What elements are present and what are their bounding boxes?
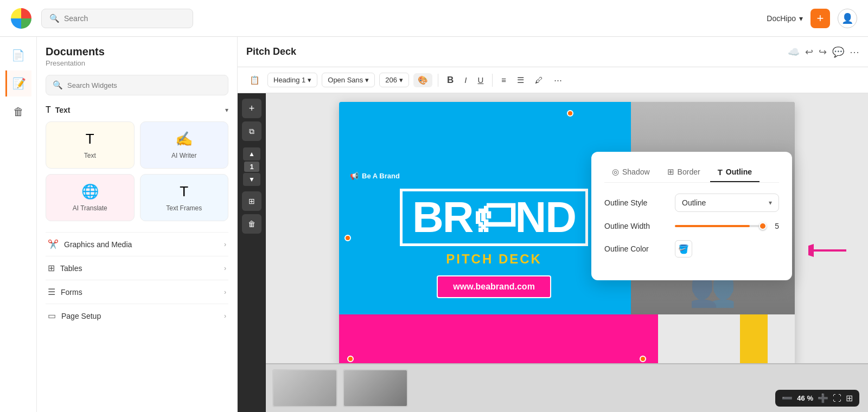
clipboard-icon[interactable]: 📋 xyxy=(246,73,263,87)
grid-view-btn[interactable]: ⊞ xyxy=(846,393,853,403)
zoom-out-btn[interactable]: ➖ xyxy=(782,393,793,403)
outline-style-select[interactable]: Outline ▾ xyxy=(675,194,779,212)
slide-yellow-strip xyxy=(740,314,767,368)
widget-search-icon: 🔍 xyxy=(53,80,63,90)
list-icon[interactable]: ☰ xyxy=(514,73,527,87)
highlight-icon[interactable]: 🖊 xyxy=(532,73,546,87)
sidebar-icon-document[interactable]: 📄 xyxy=(5,42,31,68)
add-slide-btn[interactable]: + xyxy=(242,99,261,118)
delete-slide-btn[interactable]: 🗑 xyxy=(242,214,261,234)
more-options-icon[interactable]: ⋯ xyxy=(850,46,859,58)
slide-controls: + ⧉ ▲ 1 ▼ ⊞ 🗑 xyxy=(238,93,266,412)
underline-btn[interactable]: U xyxy=(474,73,487,87)
search-input[interactable] xyxy=(64,14,185,23)
outline-color-label: Outline Color xyxy=(604,244,675,253)
widget-text-frames-label: Text Frames xyxy=(166,204,202,212)
widget-ai-writer[interactable]: ✍️ AI Writer xyxy=(140,121,229,169)
top-nav: 🔍 DocHipo ▾ + 👤 xyxy=(0,0,868,37)
outline-style-label: Outline Style xyxy=(604,198,675,207)
website-box: www.beabrand.com xyxy=(437,275,551,298)
format-bar: 📋 Heading 1 ▾ Open Sans ▾ 206 ▾ 🎨 B I U … xyxy=(238,67,868,93)
sidebar-title: Documents xyxy=(46,46,228,58)
widget-text-label: Text xyxy=(84,152,96,159)
outline-width-slider-container: 5 xyxy=(675,222,779,230)
align-icon[interactable]: ≡ xyxy=(498,73,509,87)
font-family-select[interactable]: Open Sans ▾ xyxy=(322,73,375,87)
outline-tab-icon: T xyxy=(718,168,723,177)
forms-icon: ☰ xyxy=(48,287,55,297)
thumbnail-2[interactable] xyxy=(343,369,408,407)
search-bar[interactable]: 🔍 xyxy=(41,9,193,28)
add-button[interactable]: + xyxy=(810,9,830,28)
outline-width-slider[interactable] xyxy=(675,225,763,227)
panel-tabs: ◎ Shadow ⊞ Border T Outline xyxy=(604,163,779,183)
page-setup-label: Page Setup xyxy=(61,312,101,320)
slide-down-btn[interactable]: ▼ xyxy=(243,173,260,186)
slider-fill xyxy=(675,225,750,227)
panel-tab-outline[interactable]: T Outline xyxy=(710,163,760,182)
redo-icon[interactable]: ↪ xyxy=(819,46,827,58)
page-setup-chevron: › xyxy=(224,312,226,320)
outline-color-row: Outline Color 🪣 xyxy=(604,240,779,258)
outline-panel: ◎ Shadow ⊞ Border T Outline xyxy=(591,152,792,280)
panel-tab-border[interactable]: ⊞ Border xyxy=(660,163,708,182)
heading-style-select[interactable]: Heading 1 ▾ xyxy=(267,73,317,87)
canvas-area: Pitch Deck ☁️ ↩ ↪ 💬 ⋯ 📋 Heading 1 ▾ Open… xyxy=(238,37,868,412)
comments-icon[interactable]: 💬 xyxy=(832,46,844,58)
widget-search-input[interactable] xyxy=(67,81,221,89)
panel-tab-shadow[interactable]: ◎ Shadow xyxy=(604,163,658,182)
app-logo[interactable] xyxy=(11,8,31,29)
font-size-select[interactable]: 206 ▾ xyxy=(379,73,409,87)
thumbnail-bar: ➖ 46 % ➕ ⛶ ⊞ xyxy=(266,363,868,412)
sidebar-item-graphics-media[interactable]: ✂️ Graphics and Media › xyxy=(46,232,228,256)
canvas-toolbar: Pitch Deck ☁️ ↩ ↪ 💬 ⋯ xyxy=(238,37,868,67)
selection-dot-left[interactable] xyxy=(344,235,351,241)
tables-icon: ⊞ xyxy=(48,263,55,273)
zoom-in-btn[interactable]: ➕ xyxy=(818,393,828,403)
grid-view-btn[interactable]: ⊞ xyxy=(242,191,261,211)
brand-logo-icon: 📢 xyxy=(350,172,359,180)
pitch-deck-text: PITCH DECK xyxy=(446,252,542,267)
widget-ai-translate[interactable]: 🌐 AI Translate xyxy=(46,174,135,221)
sidebar-icon-edit[interactable]: 📝 xyxy=(5,70,31,96)
slider-thumb[interactable] xyxy=(759,222,767,230)
undo-icon[interactable]: ↩ xyxy=(805,46,813,58)
more-format-icon[interactable]: ⋯ xyxy=(551,73,565,87)
dochipo-menu[interactable]: DocHipo ▾ xyxy=(767,14,803,23)
fit-view-btn[interactable]: ⛶ xyxy=(833,394,841,403)
thumbnail-1[interactable] xyxy=(272,369,337,407)
outline-color-picker[interactable]: 🪣 xyxy=(675,240,692,258)
widget-search-bar[interactable]: 🔍 xyxy=(46,75,228,95)
sidebar-subtitle: Presentation xyxy=(46,59,228,67)
forms-chevron: › xyxy=(224,288,226,296)
italic-btn[interactable]: I xyxy=(461,73,470,87)
widget-text-frames[interactable]: T Text Frames xyxy=(140,174,229,221)
canvas-main: + ⧉ ▲ 1 ▼ ⊞ 🗑 xyxy=(238,93,868,412)
tables-chevron: › xyxy=(224,265,226,272)
color-picker-btn[interactable]: 🎨 xyxy=(413,73,432,87)
brand-main-text: BR🏷ND xyxy=(400,189,588,246)
selection-dot-bottom-left[interactable] xyxy=(347,356,354,362)
shadow-tab-icon: ◎ xyxy=(612,167,619,177)
sidebar-item-forms[interactable]: ☰ Forms › xyxy=(46,280,228,304)
forms-label: Forms xyxy=(61,288,82,297)
duplicate-slide-btn[interactable]: ⧉ xyxy=(242,121,261,141)
slide-number-box: ▲ 1 ▼ xyxy=(243,144,260,189)
text-section-header[interactable]: T Text ▾ xyxy=(46,105,228,115)
widget-sidebar: Documents Presentation 🔍 T Text ▾ T Text… xyxy=(37,37,238,412)
sidebar-icon-trash[interactable]: 🗑 xyxy=(5,99,31,125)
bold-btn[interactable]: B xyxy=(444,73,457,88)
sidebar-item-tables[interactable]: ⊞ Tables › xyxy=(46,256,228,280)
cloud-save-icon[interactable]: ☁️ xyxy=(788,46,800,58)
widget-text[interactable]: T Text xyxy=(46,121,135,169)
toolbar-icons: ☁️ ↩ ↪ 💬 ⋯ xyxy=(788,46,859,58)
bottom-controls: ➖ 46 % ➕ ⛶ ⊞ xyxy=(775,390,859,407)
nav-right: DocHipo ▾ + 👤 xyxy=(767,9,857,28)
selection-dot-top[interactable] xyxy=(567,110,573,117)
user-icon[interactable]: 👤 xyxy=(838,9,857,28)
text-section-chevron: ▾ xyxy=(225,106,228,114)
sidebar-item-page-setup[interactable]: ▭ Page Setup › xyxy=(46,304,228,327)
slide-up-btn[interactable]: ▲ xyxy=(243,147,260,160)
zoom-level: 46 % xyxy=(797,394,813,402)
search-icon: 🔍 xyxy=(49,14,60,23)
